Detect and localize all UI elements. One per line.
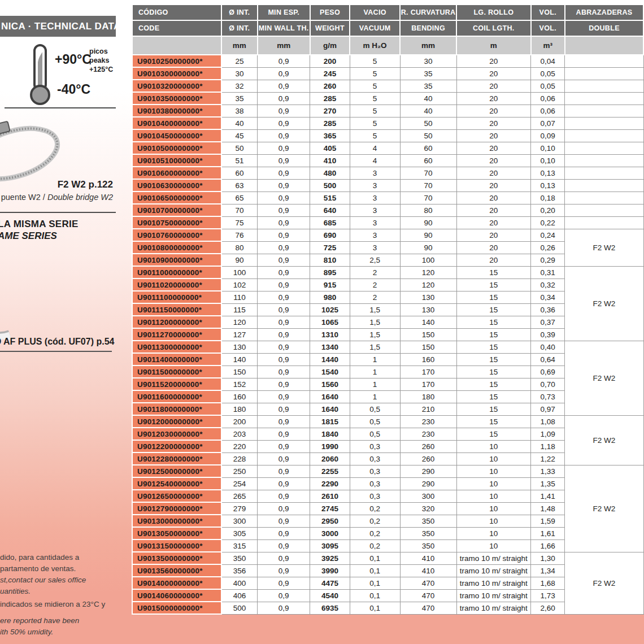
code-cell: U9010450000000*: [132, 129, 221, 142]
data-cell: 228: [221, 452, 258, 465]
header-cell: MIN ESP.: [258, 5, 310, 20]
data-cell: 2,60: [531, 602, 565, 614]
footnotes: dido, para cantidades apartamento de ven…: [0, 552, 133, 638]
data-cell: 3990: [310, 564, 350, 577]
data-cell: 260: [400, 440, 456, 452]
clamp-image: [0, 116, 67, 187]
data-cell: 210: [400, 403, 456, 415]
data-cell: 180: [400, 390, 456, 403]
code-cell: U9010510000000*: [132, 154, 221, 167]
footnote-line: st,contact our sales office: [0, 575, 133, 586]
table-row: U9012000000000*2000,918150,5230151,08F2 …: [132, 415, 643, 428]
data-cell: 3: [350, 179, 400, 192]
header-cell: WEIGHT: [310, 20, 350, 36]
header-cell: COIL LGTH.: [456, 20, 530, 36]
data-cell: 15: [456, 365, 530, 378]
data-cell: 100: [400, 254, 456, 266]
data-cell: 1,61: [531, 527, 565, 539]
code-cell: U9010700000000*: [132, 204, 221, 216]
data-cell: 0,9: [258, 440, 310, 452]
clamp-group-cell: F2 W2: [565, 266, 643, 341]
data-cell: 0,06: [531, 105, 565, 117]
data-cell: 15: [456, 316, 530, 328]
data-cell: 0,9: [258, 254, 310, 266]
data-cell: 0,40: [531, 341, 565, 353]
data-cell: 3095: [310, 539, 350, 552]
data-cell: 45: [221, 129, 258, 142]
clamp-empty-cell: [565, 142, 643, 154]
code-cell: U9011300000000*: [132, 341, 221, 353]
data-cell: 130: [400, 303, 456, 316]
header-cell: VOL.: [531, 5, 565, 20]
data-cell: 0,32: [531, 279, 565, 291]
data-cell: 0,9: [258, 316, 310, 328]
code-cell: U9010300000000*: [132, 67, 221, 80]
header-cell: Ø INT.: [221, 20, 258, 36]
data-cell: 0,9: [258, 490, 310, 502]
code-cell: U9011000000000*: [132, 266, 221, 279]
code-cell: U9012500000000*: [132, 465, 221, 477]
data-cell: 15: [456, 378, 530, 390]
data-cell: 0,2: [350, 527, 400, 539]
code-cell: U9011200000000*: [132, 316, 221, 328]
data-cell: 15: [456, 328, 530, 341]
data-cell: 0,9: [258, 105, 310, 117]
data-cell: tramo 10 m/ straight: [456, 589, 530, 602]
footnote-line: indicados se midieron a 23°C y: [0, 599, 133, 610]
data-cell: 70: [221, 204, 258, 216]
table-row: U9010250000000*250,9200530200,04: [132, 55, 643, 67]
data-cell: 0,9: [258, 428, 310, 440]
unit-cell: m³: [531, 36, 565, 55]
data-cell: 15: [456, 415, 530, 428]
data-cell: 0,3: [350, 490, 400, 502]
unit-cell: g/m: [310, 36, 350, 55]
data-cell: 1440: [310, 353, 350, 365]
header-cell: R. CURVATURA: [400, 5, 456, 20]
header-row: CODEØ INT.MIN WALL TH.WEIGHTVACUUMBENDIN…: [132, 20, 643, 36]
data-cell: 0,9: [258, 229, 310, 241]
data-cell: 0,9: [258, 129, 310, 142]
data-cell: 10: [456, 490, 530, 502]
data-cell: 80: [400, 204, 456, 216]
same-series-label-es: LA MISMA SERIE: [0, 219, 79, 230]
data-cell: 0,9: [258, 452, 310, 465]
code-cell: U9011500000000*: [132, 365, 221, 378]
data-cell: 140: [221, 353, 258, 365]
data-cell: 1,35: [531, 477, 565, 490]
data-cell: 20: [456, 55, 530, 67]
peaks-value: +125°C: [89, 65, 113, 74]
table-row: U9010380000000*380,9270540200,06: [132, 105, 643, 117]
code-cell: U9011520000000*: [132, 378, 221, 390]
clamp-group-cell: F2 W2: [565, 415, 643, 465]
table-row: U9010750000000*750,9685390200,22: [132, 216, 643, 229]
data-cell: 0,70: [531, 378, 565, 390]
data-cell: 203: [221, 428, 258, 440]
data-cell: 130: [221, 341, 258, 353]
data-cell: 0,9: [258, 390, 310, 403]
code-cell: U9012790000000*: [132, 502, 221, 515]
data-cell: 2,5: [350, 254, 400, 266]
clamp-empty-cell: [565, 216, 643, 229]
table-row: U9010300000000*300,9245535200,05: [132, 67, 643, 80]
data-cell: 10: [456, 515, 530, 527]
data-cell: 895: [310, 266, 350, 279]
data-cell: tramo 10 m/ straight: [456, 602, 530, 614]
data-cell: 0,9: [258, 117, 310, 129]
data-cell: 120: [221, 316, 258, 328]
hose-image: [0, 263, 53, 340]
data-cell: 5: [350, 67, 400, 80]
data-cell: 3: [350, 241, 400, 254]
data-cell: 0,9: [258, 291, 310, 303]
data-cell: 1,18: [531, 440, 565, 452]
data-cell: 150: [221, 365, 258, 378]
data-cell: 980: [310, 291, 350, 303]
clamp-desc-es: e puente W2 /: [0, 193, 47, 202]
data-cell: 10: [456, 502, 530, 515]
data-cell: 15: [456, 279, 530, 291]
data-cell: 1990: [310, 440, 350, 452]
data-cell: 0,9: [258, 465, 310, 477]
data-cell: 410: [400, 564, 456, 577]
code-cell: U9010750000000*: [132, 216, 221, 229]
clamp-description: e puente W2 / Double bridge W2: [0, 193, 113, 202]
data-cell: 0,3: [350, 452, 400, 465]
